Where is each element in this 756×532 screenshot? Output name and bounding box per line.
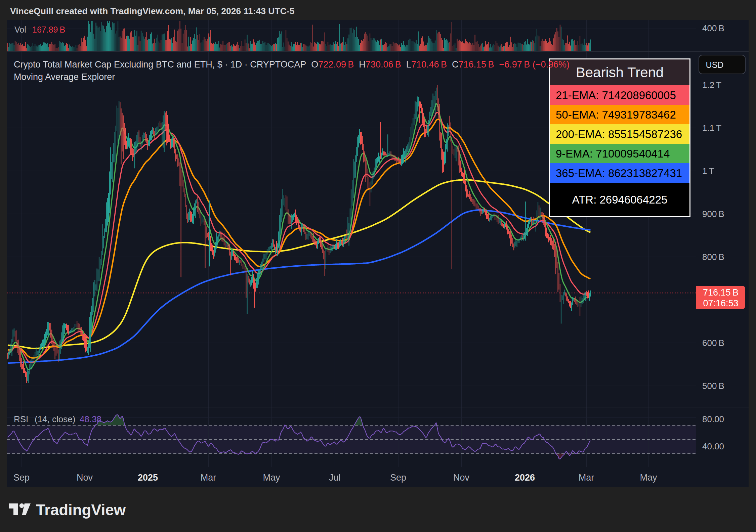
- svg-text:2025: 2025: [138, 473, 158, 483]
- svg-text:600 B: 600 B: [702, 338, 724, 348]
- svg-text:USD: USD: [706, 60, 724, 70]
- svg-text:Mar: Mar: [579, 473, 594, 483]
- svg-text:TradingView: TradingView: [36, 501, 126, 519]
- svg-text:800 B: 800 B: [702, 252, 724, 262]
- svg-text:80.00: 80.00: [702, 414, 724, 424]
- svg-text:400 B: 400 B: [702, 23, 724, 33]
- svg-text:716.15 B: 716.15 B: [703, 287, 739, 298]
- svg-text:21-EMA: 714208960005: 21-EMA: 714208960005: [556, 89, 676, 101]
- svg-text:900 B: 900 B: [702, 209, 724, 219]
- svg-text:07:16:53: 07:16:53: [703, 298, 738, 308]
- svg-text:2026: 2026: [515, 473, 535, 483]
- svg-text:Mar: Mar: [201, 473, 216, 483]
- svg-text:365-EMA: 862313827431: 365-EMA: 862313827431: [556, 167, 682, 179]
- svg-text:May: May: [640, 473, 657, 483]
- svg-text:167.89 B: 167.89 B: [32, 25, 65, 34]
- svg-text:RSI: RSI: [14, 414, 28, 424]
- svg-text:50-EMA: 749319783462: 50-EMA: 749319783462: [556, 108, 676, 121]
- svg-text:Nov: Nov: [77, 473, 93, 483]
- svg-text:9-EMA: 710009540414: 9-EMA: 710009540414: [556, 147, 670, 160]
- svg-text:1.1 T: 1.1 T: [702, 123, 721, 133]
- svg-text:Sep: Sep: [13, 473, 30, 483]
- svg-text:Sep: Sep: [390, 473, 406, 483]
- svg-text:May: May: [263, 473, 280, 483]
- svg-text:500 B: 500 B: [702, 381, 724, 391]
- svg-text:Nov: Nov: [453, 473, 470, 483]
- svg-text:Jul: Jul: [329, 473, 341, 483]
- svg-text:Vol: Vol: [14, 25, 26, 34]
- svg-text:1.2 T: 1.2 T: [702, 80, 721, 90]
- svg-text:Bearish Trend: Bearish Trend: [576, 64, 664, 80]
- svg-text:40.00: 40.00: [702, 441, 724, 451]
- svg-text:200-EMA: 855154587236: 200-EMA: 855154587236: [556, 128, 682, 140]
- svg-text:Crypto Total Market Cap Exclud: Crypto Total Market Cap Excluding BTC an…: [14, 59, 570, 70]
- svg-text:VinceQuill created with Tradin: VinceQuill created with TradingView.com,…: [10, 6, 294, 16]
- svg-text:(14, close): (14, close): [35, 414, 75, 424]
- svg-text:ATR: 26946064225: ATR: 26946064225: [572, 193, 668, 206]
- svg-text:48.38: 48.38: [80, 414, 101, 424]
- svg-text:Moving Average Explorer: Moving Average Explorer: [14, 72, 115, 82]
- svg-text:1 T: 1 T: [702, 166, 714, 176]
